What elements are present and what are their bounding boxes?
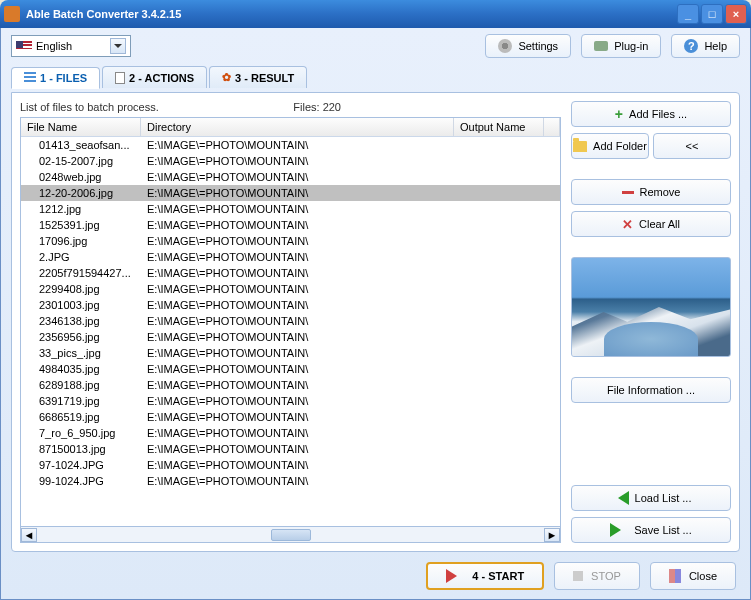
- list-icon: [24, 72, 36, 84]
- cell-output: [470, 330, 560, 344]
- table-row[interactable]: 0248web.jpgE:\IMAGE\=PHOTO\MOUNTAIN\: [21, 169, 560, 185]
- table-row[interactable]: 2.JPGE:\IMAGE\=PHOTO\MOUNTAIN\: [21, 249, 560, 265]
- settings-button[interactable]: Settings: [485, 34, 571, 58]
- table-row[interactable]: 17096.jpgE:\IMAGE\=PHOTO\MOUNTAIN\: [21, 233, 560, 249]
- table-row[interactable]: 97-1024.JPGE:\IMAGE\=PHOTO\MOUNTAIN\: [21, 457, 560, 473]
- save-list-button[interactable]: Save List ...: [571, 517, 731, 543]
- table-row[interactable]: 01413_seaofsan...E:\IMAGE\=PHOTO\MOUNTAI…: [21, 137, 560, 153]
- grid-body[interactable]: 01413_seaofsan...E:\IMAGE\=PHOTO\MOUNTAI…: [21, 137, 560, 526]
- cell-directory: E:\IMAGE\=PHOTO\MOUNTAIN\: [141, 378, 470, 392]
- cell-directory: E:\IMAGE\=PHOTO\MOUNTAIN\: [141, 442, 470, 456]
- table-row[interactable]: 2356956.jpgE:\IMAGE\=PHOTO\MOUNTAIN\: [21, 329, 560, 345]
- cell-directory: E:\IMAGE\=PHOTO\MOUNTAIN\: [141, 298, 470, 312]
- cell-filename: 1525391.jpg: [21, 218, 141, 232]
- remove-button[interactable]: Remove: [571, 179, 731, 205]
- cell-filename: 7_ro_6_950.jpg: [21, 426, 141, 440]
- cell-filename: 33_pics_.jpg: [21, 346, 141, 360]
- cell-filename: 01413_seaofsan...: [21, 138, 141, 152]
- add-folder-button[interactable]: Add Folder: [571, 133, 649, 159]
- table-row[interactable]: 2301003.jpgE:\IMAGE\=PHOTO\MOUNTAIN\: [21, 297, 560, 313]
- cell-directory: E:\IMAGE\=PHOTO\MOUNTAIN\: [141, 138, 470, 152]
- cell-filename: 6391719.jpg: [21, 394, 141, 408]
- table-row[interactable]: 1525391.jpgE:\IMAGE\=PHOTO\MOUNTAIN\: [21, 217, 560, 233]
- file-count: Files: 220: [293, 101, 341, 113]
- table-row[interactable]: 1212.jpgE:\IMAGE\=PHOTO\MOUNTAIN\: [21, 201, 560, 217]
- table-row[interactable]: 2299408.jpgE:\IMAGE\=PHOTO\MOUNTAIN\: [21, 281, 560, 297]
- language-select[interactable]: English: [11, 35, 131, 57]
- sheet-icon: [115, 72, 125, 84]
- stop-button[interactable]: STOP: [554, 562, 640, 590]
- window-title: Able Batch Converter 3.4.2.15: [26, 8, 181, 20]
- cell-filename: 0248web.jpg: [21, 170, 141, 184]
- column-directory[interactable]: Directory: [141, 118, 454, 136]
- cell-filename: 1212.jpg: [21, 202, 141, 216]
- table-row[interactable]: 6391719.jpgE:\IMAGE\=PHOTO\MOUNTAIN\: [21, 393, 560, 409]
- cell-filename: 2346138.jpg: [21, 314, 141, 328]
- tab-result[interactable]: ✿ 3 - RESULT: [209, 66, 307, 88]
- cell-directory: E:\IMAGE\=PHOTO\MOUNTAIN\: [141, 154, 470, 168]
- app-icon: [4, 6, 20, 22]
- cell-directory: E:\IMAGE\=PHOTO\MOUNTAIN\: [141, 330, 470, 344]
- cell-filename: 12-20-2006.jpg: [21, 186, 141, 200]
- door-icon: [669, 569, 681, 583]
- scroll-right-button[interactable]: ►: [544, 528, 560, 542]
- table-row[interactable]: 6686519.jpgE:\IMAGE\=PHOTO\MOUNTAIN\: [21, 409, 560, 425]
- table-row[interactable]: 2346138.jpgE:\IMAGE\=PHOTO\MOUNTAIN\: [21, 313, 560, 329]
- cell-filename: 97-1024.JPG: [21, 458, 141, 472]
- add-files-button[interactable]: + Add Files ...: [571, 101, 731, 127]
- stop-icon: [573, 571, 583, 581]
- maximize-button[interactable]: □: [701, 4, 723, 24]
- cell-directory: E:\IMAGE\=PHOTO\MOUNTAIN\: [141, 314, 470, 328]
- table-row[interactable]: 02-15-2007.jpgE:\IMAGE\=PHOTO\MOUNTAIN\: [21, 153, 560, 169]
- plugin-icon: [594, 41, 608, 51]
- table-row[interactable]: 33_pics_.jpgE:\IMAGE\=PHOTO\MOUNTAIN\: [21, 345, 560, 361]
- close-button[interactable]: Close: [650, 562, 736, 590]
- cell-output: [470, 314, 560, 328]
- cell-output: [470, 378, 560, 392]
- title-bar: Able Batch Converter 3.4.2.15 _ □ ×: [0, 0, 751, 28]
- tab-actions[interactable]: 2 - ACTIONS: [102, 66, 207, 88]
- cell-output: [470, 250, 560, 264]
- expand-button[interactable]: <<: [653, 133, 731, 159]
- cell-filename: 4984035.jpg: [21, 362, 141, 376]
- scroll-left-button[interactable]: ◄: [21, 528, 37, 542]
- close-window-button[interactable]: ×: [725, 4, 747, 24]
- scroll-thumb[interactable]: [271, 529, 311, 541]
- cell-output: [470, 202, 560, 216]
- table-row[interactable]: 87150013.jpgE:\IMAGE\=PHOTO\MOUNTAIN\: [21, 441, 560, 457]
- file-grid: File Name Directory Output Name 01413_se…: [20, 117, 561, 527]
- minimize-button[interactable]: _: [677, 4, 699, 24]
- gear-icon: [498, 39, 512, 53]
- x-icon: ✕: [622, 217, 633, 232]
- cell-output: [470, 282, 560, 296]
- table-row[interactable]: 2205f791594427...E:\IMAGE\=PHOTO\MOUNTAI…: [21, 265, 560, 281]
- cell-directory: E:\IMAGE\=PHOTO\MOUNTAIN\: [141, 170, 470, 184]
- folder-icon: [573, 141, 587, 152]
- clear-all-button[interactable]: ✕ Clear All: [571, 211, 731, 237]
- grid-header: File Name Directory Output Name: [21, 118, 560, 137]
- table-row[interactable]: 7_ro_6_950.jpgE:\IMAGE\=PHOTO\MOUNTAIN\: [21, 425, 560, 441]
- table-row[interactable]: 6289188.jpgE:\IMAGE\=PHOTO\MOUNTAIN\: [21, 377, 560, 393]
- cell-directory: E:\IMAGE\=PHOTO\MOUNTAIN\: [141, 394, 470, 408]
- column-filename[interactable]: File Name: [21, 118, 141, 136]
- start-arrow-icon: [446, 569, 464, 583]
- cell-filename: 2.JPG: [21, 250, 141, 264]
- cell-output: [470, 426, 560, 440]
- table-row[interactable]: 99-1024.JPGE:\IMAGE\=PHOTO\MOUNTAIN\: [21, 473, 560, 489]
- cell-output: [470, 170, 560, 184]
- file-information-button[interactable]: File Information ...: [571, 377, 731, 403]
- horizontal-scrollbar[interactable]: ◄ ►: [20, 527, 561, 543]
- cell-directory: E:\IMAGE\=PHOTO\MOUNTAIN\: [141, 346, 470, 360]
- arrow-left-icon: [611, 491, 629, 505]
- table-row[interactable]: 4984035.jpgE:\IMAGE\=PHOTO\MOUNTAIN\: [21, 361, 560, 377]
- help-button[interactable]: ? Help: [671, 34, 740, 58]
- plugin-button[interactable]: Plug-in: [581, 34, 661, 58]
- cell-filename: 2301003.jpg: [21, 298, 141, 312]
- load-list-button[interactable]: Load List ...: [571, 485, 731, 511]
- table-row[interactable]: 12-20-2006.jpgE:\IMAGE\=PHOTO\MOUNTAIN\: [21, 185, 560, 201]
- tab-files[interactable]: 1 - FILES: [11, 67, 100, 89]
- cell-output: [470, 234, 560, 248]
- start-button[interactable]: 4 - START: [426, 562, 544, 590]
- column-output[interactable]: Output Name: [454, 118, 544, 136]
- cell-filename: 2205f791594427...: [21, 266, 141, 280]
